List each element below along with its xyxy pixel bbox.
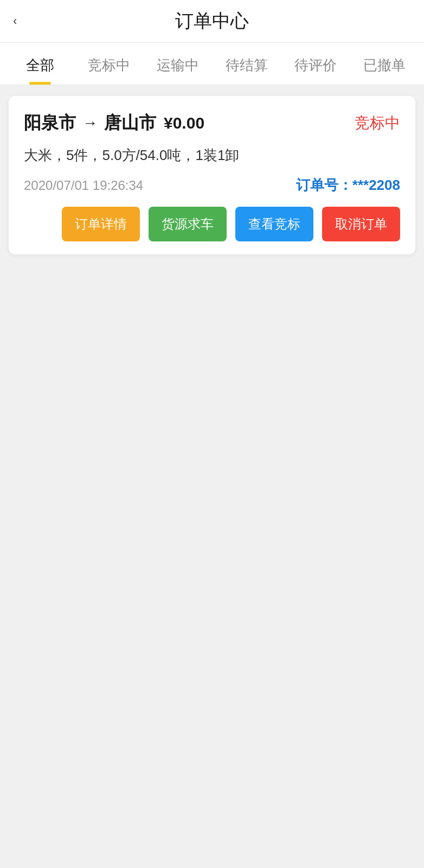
from-city: 阳泉市 [24,111,76,135]
order-number: 订单号：***2208 [296,176,400,195]
back-button[interactable]: ‹ [11,12,19,30]
freight-source-button[interactable]: 货源求车 [149,207,227,241]
header: ‹ 订单中心 [0,0,424,43]
order-number-value: ***2208 [352,177,400,193]
content-area: 阳泉市 → 唐山市 ¥0.00 竞标中 大米，5件，5.0方/54.0吨，1装1… [0,85,424,265]
order-card: 阳泉市 → 唐山市 ¥0.00 竞标中 大米，5件，5.0方/54.0吨，1装1… [9,96,415,254]
order-time: 2020/07/01 19:26:34 [24,178,143,193]
to-city: 唐山市 [104,111,156,135]
order-header-row: 阳泉市 → 唐山市 ¥0.00 竞标中 [24,111,400,135]
tab-transporting[interactable]: 运输中 [143,43,212,85]
tab-rating[interactable]: 待评价 [281,43,350,85]
tab-bidding[interactable]: 竞标中 [74,43,143,85]
view-bid-button[interactable]: 查看竞标 [235,207,313,241]
cancel-order-button[interactable]: 取消订单 [322,207,400,241]
order-number-label: 订单号： [296,177,352,193]
page-title: 订单中心 [175,9,249,34]
status-badge: 竞标中 [355,113,400,133]
tab-cancelled[interactable]: 已撤单 [350,43,419,85]
tab-settling[interactable]: 待结算 [212,43,281,85]
empty-area [0,265,424,808]
tabs-bar: 全部 竞标中 运输中 待结算 待评价 已撤单 [0,43,424,85]
order-price: ¥0.00 [164,114,204,132]
goods-info: 大米，5件，5.0方/54.0吨，1装1卸 [24,145,400,166]
order-footer-row: 2020/07/01 19:26:34 订单号：***2208 [24,176,400,195]
arrow-icon: → [82,114,98,132]
route-info: 阳泉市 → 唐山市 ¥0.00 [24,111,204,135]
action-buttons: 订单详情 货源求车 查看竞标 取消订单 [24,207,400,241]
order-detail-button[interactable]: 订单详情 [62,207,140,241]
tab-all[interactable]: 全部 [5,43,74,85]
